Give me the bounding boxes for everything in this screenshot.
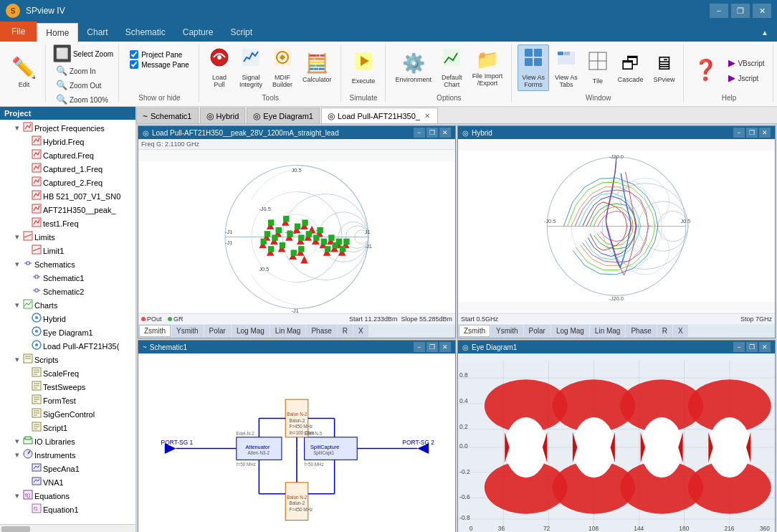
svg-rect-10 [525, 49, 533, 57]
tree-item-hybrid-freq[interactable]: Hybrid.Freq [1, 135, 134, 148]
restore-button[interactable]: ❐ [731, 4, 750, 18]
ribbon-collapse-button[interactable]: ▲ [753, 23, 777, 42]
environment-button[interactable]: ⚙️ Environment [391, 49, 437, 86]
eye-diagram-close-btn[interactable]: ✕ [759, 342, 771, 352]
tree-item-captured-freq[interactable]: Captured.Freq [1, 148, 134, 162]
hybrid-tab-r[interactable]: R [657, 325, 672, 337]
cascade-button[interactable]: 🗗 Cascade [614, 49, 648, 86]
load-pull-tab-phase[interactable]: Phase [306, 325, 336, 337]
calculator-button[interactable]: 🧮 Calculator [298, 49, 336, 86]
tree-item-limits[interactable]: ▾Limits [1, 230, 134, 244]
view-as-forms-button[interactable]: View AsForms [518, 44, 549, 91]
tree-item-scalefreq[interactable]: ScaleFreq [1, 366, 134, 380]
load-pull-tab-linmag[interactable]: Lin Mag [270, 325, 306, 337]
tree-item-aft21h350[interactable]: AFT21H350__peak_ [1, 203, 134, 217]
project-panel-scrollbar-h[interactable] [0, 524, 135, 532]
select-zoom-button[interactable]: 🔲 Select Zoom [52, 44, 113, 63]
hybrid-restore-btn[interactable]: ❐ [746, 128, 758, 138]
tree-item-io-libraries[interactable]: ▾IO Libraries [1, 434, 134, 448]
close-button[interactable]: ✕ [753, 4, 771, 18]
load-pull-minimize-btn[interactable]: − [414, 128, 425, 138]
tab-file[interactable]: File [0, 22, 37, 42]
load-pull-tab-polar[interactable]: Polar [204, 325, 231, 337]
mdif-builder-button[interactable]: MDIFBuilder [268, 44, 297, 91]
hybrid-tab-x[interactable]: X [673, 325, 688, 337]
schematic-restore-btn[interactable]: ❐ [426, 342, 438, 352]
load-pull-close-btn[interactable]: ✕ [439, 128, 451, 138]
tree-item-limit1[interactable]: Limit1 [1, 244, 134, 257]
tree-item-equation1[interactable]: f1Equation1 [1, 503, 134, 516]
doc-tab-hybrid[interactable]: ◎ Hybrid [200, 108, 246, 123]
edit-button[interactable]: ✏️ Edit [7, 53, 41, 91]
tree-item-schematic1[interactable]: Schematic1 [1, 271, 134, 285]
message-pane-checkbox[interactable]: Message Pane [130, 60, 189, 69]
help-button[interactable]: ❓ [690, 54, 722, 85]
load-pull-tab-x[interactable]: X [353, 325, 368, 337]
tree-item-project-freq[interactable]: ▾Project Frequencies [1, 121, 134, 135]
doc-tab-schematic1[interactable]: ~ Schematic1 [136, 108, 199, 123]
vbscript-button[interactable]: ▶ VBscript [725, 56, 768, 70]
tree-item-charts[interactable]: ▾Charts [1, 298, 134, 312]
load-pull-tab-r[interactable]: R [338, 325, 353, 337]
load-pull-button[interactable]: LoadPull [205, 44, 234, 91]
hybrid-tab-phase[interactable]: Phase [626, 325, 656, 337]
tree-item-siggencontrol[interactable]: SigGenControl [1, 407, 134, 421]
tree-item-equations[interactable]: ▾f()Equations [1, 489, 134, 503]
schematic-minimize-btn[interactable]: − [414, 342, 425, 352]
file-import-export-button[interactable]: 📁 File Import/Export [468, 46, 507, 90]
hybrid-tab-zsmith[interactable]: Zsmith [459, 325, 490, 337]
jscript-button[interactable]: ▶ Jscript [725, 71, 768, 85]
tree-item-hb521[interactable]: HB 521_007_V1_SN0 [1, 189, 134, 203]
zoom-in-button[interactable]: 🔍 Zoom In [52, 64, 100, 77]
spview-button[interactable]: 🖥 SPview [649, 49, 679, 86]
tree-item-eye-diagram1[interactable]: Eye Diagram1 [1, 326, 134, 339]
tree-item-instruments[interactable]: ▾Instruments [1, 448, 134, 462]
tree-item-formtest[interactable]: FormTest [1, 394, 134, 407]
tile-button[interactable]: Tile [583, 48, 612, 87]
eye-diagram-restore-btn[interactable]: ❐ [746, 342, 758, 352]
hybrid-tab-ysmith[interactable]: Ysmith [491, 325, 523, 337]
load-pull-tab-zsmith[interactable]: Zsmith [139, 325, 171, 337]
ribbon-group-edit: ✏️ Edit [3, 44, 46, 102]
tree-item-test1-freq[interactable]: test1.Freq [1, 217, 134, 230]
schematic-body[interactable]: PORT-SG 1 PORT-SG 2 Attenuator Atten-N3-… [138, 353, 455, 532]
load-pull-tab-logmag[interactable]: Log Mag [232, 325, 270, 337]
tree-item-scripts[interactable]: ▾Scripts [1, 353, 134, 366]
tab-capture[interactable]: Capture [174, 23, 222, 42]
doc-tab-load-pull[interactable]: ◎ Load Pull-AFT21H350_ ✕ [321, 108, 438, 123]
tree-item-hybrid[interactable]: Hybrid [1, 312, 134, 326]
tab-schematic[interactable]: Schematic [117, 23, 174, 42]
eye-diagram-minimize-btn[interactable]: − [733, 342, 745, 352]
load-pull-tab-ysmith[interactable]: Ysmith [171, 325, 204, 337]
tree-item-schematic2[interactable]: Schematic2 [1, 285, 134, 298]
tree-item-schematics[interactable]: ▾Schematics [1, 257, 134, 271]
load-pull-restore-btn[interactable]: ❐ [426, 128, 438, 138]
tree-item-testsweeps[interactable]: TestSweeps [1, 380, 134, 394]
load-pull-tab-close[interactable]: ✕ [423, 112, 432, 120]
hybrid-tab-linmag[interactable]: Lin Mag [590, 325, 626, 337]
zoom-out-button[interactable]: 🔍 Zoom Out [52, 78, 105, 92]
execute-button[interactable]: Execute [348, 48, 380, 87]
tab-chart[interactable]: Chart [78, 23, 116, 42]
hybrid-close-btn[interactable]: ✕ [759, 128, 771, 138]
tree-item-script1[interactable]: Script1 [1, 421, 134, 434]
tree-item-captured2-freq[interactable]: Captured_2.Freq [1, 176, 134, 189]
tree-item-specana1[interactable]: SpecAna1 [1, 462, 134, 475]
tab-home[interactable]: Home [37, 23, 78, 42]
hybrid-minimize-btn[interactable]: − [733, 128, 745, 138]
doc-tab-eye-diagram[interactable]: ◎ Eye Diagram1 [247, 108, 320, 123]
view-as-tabs-button[interactable]: View AsTabs [550, 44, 582, 91]
tab-script[interactable]: Script [221, 23, 261, 42]
hybrid-tab-logmag[interactable]: Log Mag [551, 325, 589, 337]
hybrid-tab-polar[interactable]: Polar [524, 325, 550, 337]
tree-item-vna1[interactable]: VNA1 [1, 475, 134, 489]
minimize-button[interactable]: − [710, 4, 728, 18]
default-chart-button[interactable]: DefaultChart [437, 44, 467, 91]
schematic-close-btn[interactable]: ✕ [439, 342, 451, 352]
tree-item-captured1-freq[interactable]: Captured_1.Freq [1, 162, 134, 176]
zoom-100-button[interactable]: 🔍 Zoom 100% [52, 92, 112, 106]
tree-item-load-pull-aft21h350[interactable]: Load Pull-AFT21H35( [1, 339, 134, 353]
signal-integrity-button[interactable]: SignalIntegrity [235, 44, 267, 91]
project-tree[interactable]: ▾Project FrequenciesHybrid.FreqCaptured.… [0, 120, 135, 524]
project-pane-checkbox[interactable]: Project Pane [130, 50, 189, 59]
